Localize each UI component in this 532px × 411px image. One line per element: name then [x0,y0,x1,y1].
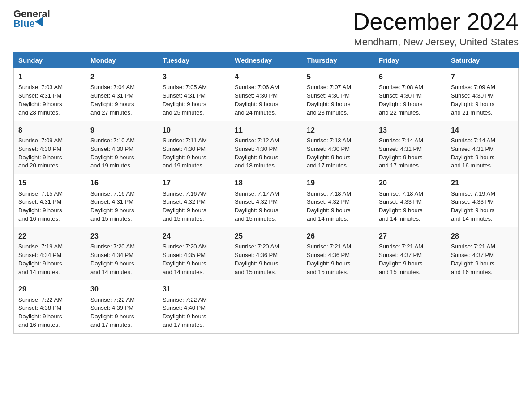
calendar-table: Sunday Monday Tuesday Wednesday Thursday… [13,52,519,334]
day-daylight-value: and 15 minutes. [235,269,276,275]
day-number: 11 [235,125,297,135]
day-sunrise: Sunrise: 7:15 AM [18,190,63,197]
day-sunset: Sunset: 4:31 PM [163,92,206,99]
day-sunrise: Sunrise: 7:06 AM [235,84,279,90]
day-daylight-label: Daylight: 9 hours [90,260,134,267]
table-row: 21 Sunrise: 7:19 AM Sunset: 4:33 PM Dayl… [446,174,519,227]
day-daylight-label: Daylight: 9 hours [90,313,134,320]
day-number: 14 [451,125,514,135]
day-sunrise: Sunrise: 7:13 AM [307,137,351,144]
day-daylight-value: and 15 minutes. [379,269,420,275]
day-number: 7 [451,72,514,82]
day-daylight-label: Daylight: 9 hours [379,154,423,161]
day-sunrise: Sunrise: 7:21 AM [307,243,351,250]
day-sunset: Sunset: 4:30 PM [307,146,350,152]
day-daylight-value: and 18 minutes. [235,162,276,169]
header-sunday: Sunday [14,53,86,68]
day-daylight-value: and 20 minutes. [18,162,60,169]
day-daylight-value: and 16 minutes. [18,321,60,328]
table-row [302,280,374,334]
day-number: 8 [18,125,81,135]
day-sunrise: Sunrise: 7:22 AM [90,296,135,303]
weekday-header-row: Sunday Monday Tuesday Wednesday Thursday… [14,53,519,68]
day-daylight-value: and 15 minutes. [307,269,348,275]
table-row: 22 Sunrise: 7:19 AM Sunset: 4:34 PM Dayl… [14,227,86,280]
day-sunrise: Sunrise: 7:14 AM [379,137,423,144]
day-sunset: Sunset: 4:32 PM [163,198,206,205]
table-row: 14 Sunrise: 7:14 AM Sunset: 4:31 PM Dayl… [446,121,519,174]
day-sunrise: Sunrise: 7:20 AM [235,243,279,250]
day-daylight-value: and 14 minutes. [163,269,204,275]
day-sunrise: Sunrise: 7:22 AM [18,296,63,303]
day-daylight-label: Daylight: 9 hours [163,154,206,161]
day-sunset: Sunset: 4:31 PM [90,92,133,99]
day-sunset: Sunset: 4:30 PM [90,146,133,152]
day-sunrise: Sunrise: 7:19 AM [451,190,495,197]
day-number: 9 [90,125,153,135]
day-daylight-label: Daylight: 9 hours [235,154,279,161]
day-sunrise: Sunrise: 7:11 AM [163,137,207,144]
table-row: 3 Sunrise: 7:05 AM Sunset: 4:31 PM Dayli… [158,68,230,121]
table-row: 31 Sunrise: 7:22 AM Sunset: 4:40 PM Dayl… [158,280,230,334]
day-daylight-value: and 15 minutes. [163,215,204,222]
header-friday: Friday [374,53,446,68]
day-number: 6 [379,72,442,82]
day-sunset: Sunset: 4:30 PM [163,146,206,152]
day-sunset: Sunset: 4:36 PM [307,252,350,258]
day-sunset: Sunset: 4:34 PM [18,252,61,258]
day-number: 4 [235,72,297,82]
day-sunrise: Sunrise: 7:20 AM [163,243,207,250]
day-sunrise: Sunrise: 7:09 AM [18,137,63,144]
day-number: 23 [90,231,153,241]
day-daylight-label: Daylight: 9 hours [307,260,351,267]
table-row: 17 Sunrise: 7:16 AM Sunset: 4:32 PM Dayl… [158,174,230,227]
day-sunset: Sunset: 4:33 PM [451,198,494,205]
day-sunrise: Sunrise: 7:22 AM [163,296,207,303]
table-row: 26 Sunrise: 7:21 AM Sunset: 4:36 PM Dayl… [302,227,374,280]
table-row: 24 Sunrise: 7:20 AM Sunset: 4:35 PM Dayl… [158,227,230,280]
day-daylight-label: Daylight: 9 hours [451,207,495,214]
day-sunrise: Sunrise: 7:18 AM [307,190,351,197]
day-daylight-label: Daylight: 9 hours [379,260,423,267]
table-row: 16 Sunrise: 7:16 AM Sunset: 4:31 PM Dayl… [86,174,158,227]
day-number: 28 [451,231,514,241]
day-number: 29 [18,284,81,294]
table-row: 30 Sunrise: 7:22 AM Sunset: 4:39 PM Dayl… [86,280,158,334]
location-title: Mendham, New Jersey, United States [353,36,519,48]
day-daylight-value: and 17 minutes. [379,162,420,169]
day-daylight-label: Daylight: 9 hours [451,260,495,267]
day-sunset: Sunset: 4:37 PM [451,252,494,258]
day-sunrise: Sunrise: 7:20 AM [90,243,135,250]
day-number: 17 [163,178,225,188]
day-daylight-value: and 19 minutes. [90,162,132,169]
day-sunrise: Sunrise: 7:04 AM [90,84,135,90]
day-sunrise: Sunrise: 7:07 AM [307,84,351,90]
day-sunrise: Sunrise: 7:16 AM [90,190,135,197]
day-sunset: Sunset: 4:31 PM [18,198,61,205]
header-tuesday: Tuesday [158,53,230,68]
table-row: 25 Sunrise: 7:20 AM Sunset: 4:36 PM Dayl… [230,227,302,280]
day-number: 13 [379,125,442,135]
day-daylight-value: and 23 minutes. [307,109,348,116]
day-number: 27 [379,231,442,241]
table-row: 27 Sunrise: 7:21 AM Sunset: 4:37 PM Dayl… [374,227,446,280]
day-daylight-label: Daylight: 9 hours [163,101,206,107]
day-sunrise: Sunrise: 7:05 AM [163,84,207,90]
day-daylight-value: and 17 minutes. [90,321,132,328]
day-daylight-label: Daylight: 9 hours [163,260,206,267]
day-sunset: Sunset: 4:39 PM [90,304,133,311]
table-row: 12 Sunrise: 7:13 AM Sunset: 4:30 PM Dayl… [302,121,374,174]
day-daylight-value: and 15 minutes. [90,215,132,222]
header-wednesday: Wednesday [230,53,302,68]
day-daylight-value: and 16 minutes. [18,215,60,222]
table-row: 1 Sunrise: 7:03 AM Sunset: 4:31 PM Dayli… [14,68,86,121]
day-daylight-value: and 19 minutes. [163,162,204,169]
day-number: 18 [235,178,297,188]
day-sunset: Sunset: 4:36 PM [235,252,278,258]
day-daylight-label: Daylight: 9 hours [18,313,62,320]
day-sunset: Sunset: 4:32 PM [235,198,278,205]
day-number: 21 [451,178,514,188]
day-sunset: Sunset: 4:35 PM [163,252,206,258]
day-daylight-value: and 14 minutes. [90,269,132,275]
page-header: General Blue December 2024 Mendham, New … [13,9,519,48]
